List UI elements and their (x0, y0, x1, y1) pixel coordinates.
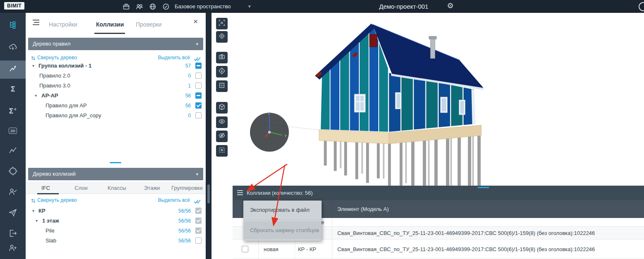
tree-node-label: КР (38, 206, 46, 216)
panel-divider[interactable] (206, 13, 211, 259)
subtab-layers[interactable]: Слои (74, 183, 88, 194)
check-circle-icon[interactable] (162, 2, 170, 11)
rules-section-header[interactable]: Дерево правил ▾ (28, 38, 203, 50)
camera-button[interactable] (216, 52, 228, 63)
chevron-down-icon[interactable]: ▾ (32, 208, 34, 214)
panel-menu-icon[interactable] (31, 18, 41, 27)
tree-node-checkbox[interactable] (195, 63, 202, 69)
element-cell: Свая_Винтовая_СВС_по_ТУ_25-11-23-001-469… (337, 240, 595, 259)
workspace-dropdown[interactable]: Базовое пространство ▾ (175, 0, 257, 13)
collisions-table-panel: Коллизии (количество: 56) Элемент (Модел… (233, 186, 644, 259)
select-all-link[interactable]: Выделить всё (158, 55, 190, 61)
tab-settings[interactable]: Настройки (49, 21, 77, 28)
app-logo[interactable]: BIMIT (4, 2, 24, 10)
globe-icon[interactable] (149, 2, 157, 11)
model-tree-icon (8, 20, 17, 31)
show-button[interactable] (216, 116, 228, 128)
chevron-down-icon[interactable]: ▾ (36, 218, 38, 224)
double-check-icon[interactable] (194, 198, 201, 206)
sidebar-item-charts[interactable] (0, 142, 26, 160)
app-root: BIMIT Базовое пространство ▾ Демо-проект… (0, 0, 644, 259)
sidebar-item-collisions[interactable] (0, 61, 26, 79)
scrollbar-thumb[interactable] (207, 184, 210, 203)
tree-node-label: Slab (46, 236, 56, 246)
team-icon[interactable] (135, 2, 144, 11)
active-tab-underline (94, 33, 125, 34)
user-avatar[interactable] (639, 2, 644, 11)
sidebar-item-2d[interactable]: 2D (0, 121, 26, 140)
collision-tree-section-header[interactable]: Дерево коллизий ▾ (28, 168, 203, 180)
fit-view-button[interactable] (216, 18, 228, 29)
menu-item-reset-columns[interactable]: Сбросить ширину столбцов (243, 221, 322, 239)
tree-row[interactable]: ▾ 1 этаж 56/56 (26, 216, 206, 226)
tab-checks[interactable]: Проверки (136, 21, 161, 28)
tab-collisions[interactable]: Коллизии (96, 21, 124, 28)
close-icon[interactable]: × (193, 17, 198, 26)
rule-cell: КР - КР (298, 240, 316, 259)
tree-row[interactable]: ▾ Группа коллизий - 1 57 (26, 61, 206, 71)
tree-node-label: Правило для АР (46, 101, 87, 111)
sidebar-item-cloud[interactable] (0, 39, 26, 57)
model-house[interactable] (315, 24, 483, 211)
tree-row[interactable]: Slab 56/56 (26, 236, 206, 246)
tree-node-checkbox[interactable] (195, 112, 202, 119)
settings-gear-icon[interactable]: ⚙ (447, 1, 454, 10)
chart-icon (8, 146, 17, 157)
sidebar-item-send[interactable] (0, 204, 26, 223)
tree-node-checkbox[interactable] (195, 82, 202, 89)
sidebar-item-plugins[interactable] (0, 163, 26, 181)
tree-row[interactable]: Правило 3.0 1 (26, 81, 206, 91)
tree-node-checkbox[interactable] (195, 208, 202, 214)
sidebar-item-sum-plus[interactable]: Σ+ (0, 102, 26, 120)
clear-selection-button[interactable] (216, 145, 228, 157)
hide-button[interactable] (216, 131, 228, 142)
sidebar-item-structure[interactable] (0, 17, 26, 35)
sidebar-item-user-check[interactable] (0, 184, 26, 202)
tree-row[interactable]: Pile 56/56 (26, 226, 206, 236)
target-button[interactable] (216, 31, 228, 43)
section-resize-handle[interactable] (110, 162, 121, 163)
subtab-ifc[interactable]: IFC (41, 183, 50, 194)
chevron-down-icon: ▾ (196, 38, 198, 50)
tree-node-checkbox[interactable] (195, 228, 202, 234)
tree-node-checkbox[interactable] (195, 92, 202, 99)
chevron-down-icon[interactable]: ▾ (32, 63, 34, 69)
tree-row[interactable]: Правило для АР_copy 0 (26, 111, 206, 121)
camera-icon (218, 53, 226, 62)
collapse-tree-icon[interactable] (31, 198, 36, 205)
tree-node-checkbox[interactable] (195, 237, 202, 244)
row-checkbox[interactable] (242, 246, 248, 252)
panel-resize-handle[interactable] (478, 187, 489, 188)
menu-item-export[interactable]: Экспортировать в файл (243, 201, 322, 220)
table-row[interactable]: новая КР - КР Свая_Винтовая_СВС_по_ТУ_25… (233, 240, 644, 259)
isolate-button[interactable] (216, 102, 228, 114)
section-plane-button[interactable] (216, 66, 228, 77)
toolbox-icon[interactable] (122, 2, 130, 11)
section-box-button[interactable] (216, 80, 228, 92)
tree-row[interactable]: Правило 2.0 0 (26, 71, 206, 81)
subtab-groups[interactable]: Группировки (171, 183, 203, 194)
isolate-cube-icon (218, 103, 226, 112)
partial-cell: е (321, 218, 324, 227)
navigation-sphere[interactable]: Z Y (250, 111, 289, 152)
sidebar-item-user-add[interactable] (0, 240, 26, 258)
clash-detection-icon (8, 64, 17, 75)
tree-row[interactable]: Правило для АР 56 (26, 101, 206, 111)
column-element-a[interactable]: Элемент (Модель А) (337, 200, 389, 218)
select-all-link[interactable]: Выделить всё (158, 197, 190, 203)
tool-rail: Σ Σ+ 2D (0, 13, 26, 259)
tree-node-checkbox[interactable] (195, 73, 202, 79)
table-menu-icon[interactable] (236, 189, 244, 197)
rules-section-title: Дерево правил (33, 41, 70, 47)
chevron-down-icon[interactable]: ▾ (35, 92, 37, 99)
tree-node-checkbox[interactable] (195, 102, 202, 109)
tree-row[interactable]: ▾ КР 56/56 (26, 206, 206, 216)
subtab-classes[interactable]: Классы (108, 183, 126, 194)
tree-row[interactable]: ▾ АР-АР 56 (26, 91, 206, 101)
tree-node-checkbox[interactable] (195, 218, 202, 224)
tree-node-label: Pile (46, 226, 55, 236)
collapse-tree-link[interactable]: Свернуть дерево (37, 197, 77, 203)
sidebar-item-sum[interactable]: Σ (0, 80, 26, 98)
subtab-floors[interactable]: Этажи (144, 183, 160, 194)
collapse-tree-link[interactable]: Свернуть дерево (37, 55, 77, 61)
